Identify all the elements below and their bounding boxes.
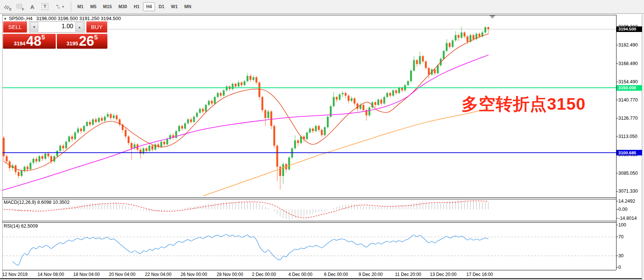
trading-terminal-window: E F A T ▾ M1M5M15M30H1H4D1W1MN — [0, 0, 644, 280]
price-tick-label: 3113.050 — [618, 134, 637, 139]
time-tick-label: 26 Nov 00:00 — [181, 272, 207, 277]
ask-pips: 26 — [79, 35, 94, 48]
bid-pipette: 5 — [41, 34, 45, 41]
macd-top-border — [2, 199, 616, 199]
price-tick-label: 3085.050 — [618, 171, 638, 176]
ma-mid-line — [2, 55, 489, 191]
timeframe-button-h1[interactable]: H1 — [131, 2, 142, 11]
buy-button[interactable]: BUY — [86, 21, 107, 33]
chart-text-annotation: 多空转折点3150 — [462, 93, 586, 115]
chevron-down-icon: ▾ — [62, 5, 64, 9]
toolbar: E F A T ▾ M1M5M15M30H1H4D1W1MN — [0, 0, 644, 14]
time-tick-label: 11 Dec 20:00 — [395, 272, 421, 277]
resistance-line-badge: 3150.000 — [617, 85, 642, 91]
time-tick-label: 22 Nov 04:00 — [145, 272, 171, 277]
time-tick-label: 20 Nov 04:00 — [109, 272, 135, 277]
ask-pipette: 5 — [94, 34, 97, 41]
time-tick-label: 13 Dec 20:00 — [430, 272, 456, 277]
timeframe-button-d1[interactable]: D1 — [156, 2, 167, 11]
price-tick-label: 3182.490 — [618, 42, 638, 48]
bid-big-figure: 3194 — [14, 41, 25, 46]
current-price-badge: 3194.500 — [617, 26, 642, 32]
volume-increase-button[interactable]: ▲ — [75, 22, 84, 32]
time-tick-label: 2 Dec 00:00 — [252, 272, 276, 277]
rsi-axis-label: 30 — [618, 253, 624, 258]
support-line-badge: 3100.685 — [617, 150, 642, 155]
volume-decrease-button[interactable]: ▼ — [30, 22, 38, 32]
price-tick-label: 3168.490 — [618, 61, 638, 66]
symbol-timeframe: SP500-,H4 — [9, 16, 33, 21]
indicators-icon[interactable]: E — [1, 2, 13, 12]
volume-spinner: ▼ ▲ — [29, 21, 85, 33]
window-left-edge — [2, 14, 3, 278]
macd-axis-label: 14.2492 — [618, 199, 635, 204]
auto-arrange-icon[interactable]: ▾ — [52, 2, 67, 12]
time-tick-label: 28 Nov 00:00 — [217, 272, 243, 277]
timeframe-button-m1[interactable]: M1 — [74, 2, 87, 11]
chart-shift-marker-icon[interactable] — [489, 15, 495, 19]
price-tick-label: 3071.330 — [618, 189, 638, 194]
grid-periods-icon[interactable]: F — [14, 2, 25, 12]
symbol-triangle-icon: ▲ — [4, 17, 7, 20]
timeframe-button-m5[interactable]: M5 — [87, 2, 100, 11]
timeframe-button-m30[interactable]: M30 — [116, 2, 130, 11]
swap-arrows-glyph — [55, 4, 61, 10]
ask-price-tile[interactable]: 3195 26 5 — [57, 34, 107, 49]
ohlc-values: 3196.000 3196.500 3191.250 3194.500 — [36, 16, 121, 21]
sell-button[interactable]: SELL — [3, 21, 27, 33]
right-edge-strip — [642, 14, 644, 280]
rsi-axis-label: 70 — [618, 234, 624, 239]
timeframe-button-mn[interactable]: MN — [181, 2, 194, 11]
time-tick-label: 14 Nov 08:00 — [38, 272, 64, 277]
timeframe-button-h4[interactable]: H4 — [143, 2, 155, 11]
chart-top-border — [2, 15, 616, 15]
price-tick-label: 3126.770 — [618, 116, 638, 121]
window-bottom-edge — [0, 278, 644, 279]
ask-big-figure: 3195 — [67, 41, 78, 46]
time-tick-label: 9 Dec 20:00 — [359, 272, 383, 277]
timeframe-button-w1[interactable]: W1 — [168, 2, 181, 11]
time-tick-label: 17 Dec 16:00 — [466, 272, 493, 277]
ma-fast-line — [4, 34, 489, 171]
time-tick-label: 12 Nov 2019 — [2, 272, 27, 277]
timeframe-button-m15[interactable]: M15 — [100, 2, 114, 11]
rsi-bottom-border — [2, 270, 616, 270]
text-annotation-icon[interactable]: A — [27, 2, 38, 12]
price-tick-label: 3154.490 — [618, 79, 638, 84]
bid-pips: 48 — [26, 35, 41, 48]
ma-slow-line — [204, 109, 489, 196]
macd-axis-label: -14.8014 — [618, 216, 637, 221]
macd-axis-label: 0.00 — [618, 207, 627, 212]
icon-subscript: F — [22, 7, 25, 11]
bid-price-tile[interactable]: 3194 48 5 — [3, 34, 56, 49]
timeframe-bar: M1M5M15M30H1H4D1W1MN — [74, 2, 195, 11]
time-tick-label: 6 Dec 00:00 — [324, 272, 348, 277]
icon-subscript: E — [9, 7, 12, 11]
caret-down-icon: ▼ — [33, 25, 36, 29]
rsi-indicator-label: RSI(14) 62.5009 — [4, 223, 38, 229]
macd-indicator-label: MACD(12,26,9) 8.6098 10.3502 — [4, 200, 69, 205]
main-macd-separator[interactable] — [2, 197, 616, 198]
time-tick-label: 4 Dec 00:00 — [288, 272, 313, 277]
rsi-line — [13, 235, 488, 265]
rsi-top-border — [2, 222, 616, 223]
time-tick-label: 18 Nov 04:00 — [73, 272, 100, 277]
macd-signal-line — [4, 201, 488, 218]
macd-rsi-separator[interactable] — [2, 221, 616, 221]
rsi-axis-label: 0 — [618, 265, 621, 270]
plot-right-border — [616, 15, 617, 270]
caret-up-icon: ▲ — [78, 25, 81, 29]
one-click-trade-panel: SELL ▼ ▲ BUY 3194 48 5 3195 26 5 — [3, 21, 107, 49]
toolbar-separator — [71, 2, 71, 12]
rsi-axis-label: 100 — [618, 222, 626, 228]
chart-title: ▲ SP500-,H4 3196.000 3196.500 3191.250 3… — [4, 16, 121, 21]
text-box-icon[interactable]: T — [39, 2, 51, 12]
price-tick-label: 3140.770 — [618, 97, 638, 103]
volume-input[interactable] — [40, 23, 73, 30]
